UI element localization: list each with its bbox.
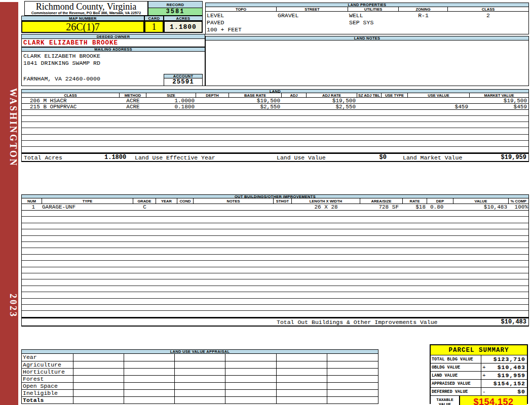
outbuildings-total-row: Total Out Buildings & Other Improvements… <box>21 317 529 327</box>
col-street: STREET <box>277 7 348 11</box>
account-value: 25591 <box>164 78 203 86</box>
map-number-header-label: MAP NUMBER <box>69 16 97 21</box>
topo-values: LEVEL PAVED 100 + FEET <box>206 12 277 34</box>
col-adj-rate: ADJ RATE <box>307 93 357 97</box>
taxable-value-label: TAXABLE VALUE <box>431 396 460 405</box>
account-header: ACCOUNT <box>164 74 203 78</box>
col-depth: DEPTH <box>196 93 229 97</box>
col-type: TYPE <box>42 198 133 204</box>
mailing-address-header-label: MAILING ADDRESS <box>94 47 132 52</box>
land-use-appraisal-title: LAND USE VALUE APPRAISAL <box>170 349 230 354</box>
luva-row-open-space: Open Space <box>22 382 73 389</box>
luva-row-year: Year <box>22 354 73 361</box>
map-number-value: 26C(1)7 <box>21 21 144 33</box>
land-row-1: 206 M HSACR ACRE 1.0000 $19,500 $19,500 … <box>21 98 529 104</box>
tax-year-label: 2023 <box>0 288 18 323</box>
outbuildings-total-label: Total Out Buildings & Other Improvements… <box>277 319 437 326</box>
land-market-value-label: Land Market Value <box>403 154 462 161</box>
col-base-rate: BASE RATE <box>229 93 282 97</box>
card-header: CARD <box>144 16 164 21</box>
col-pct-comp: % COMP <box>509 198 528 204</box>
county-subtitle: Commissioner of the Revenue, PO Box 366,… <box>25 11 147 15</box>
mailing-address-line1: CLARK ELIZABETH BROOKE <box>23 53 205 60</box>
deeded-owner-header: DEEDED OWNER <box>21 34 205 39</box>
col-cond: COND <box>177 198 194 204</box>
outbuildings-row-1: 1 GARAGE-UNF C 26 X 28 728 SF $18 0.80 $… <box>21 204 529 211</box>
col-num: NUM <box>22 198 42 204</box>
land-properties-header: LAND PROPERTIES <box>205 3 529 7</box>
luva-row-totals: Totals <box>22 396 73 403</box>
map-number-header: MAP NUMBER <box>21 16 144 21</box>
land-totals-row: Total Acres 1.1800 Land Use Effective Ye… <box>21 153 529 162</box>
land-properties-title: LAND PROPERTIES <box>348 3 387 7</box>
col-utilities: UTILITIES <box>348 7 399 11</box>
card-value: 1 <box>144 21 164 33</box>
col-sz-adj-tbl: SZ ADJ TBL <box>357 93 382 97</box>
col-zoning: ZONING <box>399 7 448 11</box>
col-length-width: LENGTH X WIDTH <box>292 198 360 204</box>
col-size: SIZE <box>146 93 196 97</box>
luva-row-agriculture: Agriculture <box>22 361 73 368</box>
outbuildings-empty-rows <box>21 211 529 317</box>
col-year: YEAR <box>156 198 177 204</box>
deeded-owner-value: CLARK ELIZABETH BROOKE <box>21 39 205 47</box>
outbuildings-total-value: $10,483 <box>501 318 526 326</box>
col-adj: ADJ <box>282 93 307 97</box>
parcel-row-deferred: DEFERRED VALUE - $0 <box>431 388 527 396</box>
col-area-size: AREA/SIZE <box>360 198 403 204</box>
land-notes-header: LAND NOTES <box>205 36 529 40</box>
outbuildings-columns: NUM TYPE GRADE YEAR COND NOTES STHGT LEN… <box>21 198 529 204</box>
parcel-row-total-bldg: TOTAL BLDG VALUE $123,710 <box>431 355 527 363</box>
parcel-summary-title: PARCEL SUMMARY <box>431 345 527 355</box>
record-header-label: RECORD <box>167 3 184 7</box>
land-table-header: LAND <box>21 89 529 93</box>
col-market-value: MARKET VALUE <box>470 93 528 97</box>
total-acres-label: Total Acres <box>24 154 62 161</box>
total-acres-value: 1.1800 <box>104 154 126 161</box>
land-use-value-label: Land Use Value <box>277 154 326 161</box>
col-topo: TOPO <box>206 7 277 11</box>
zoning-value: R-1 <box>399 12 448 34</box>
col-land-class: CLASS <box>22 93 120 97</box>
land-row-2: 215 B OPNPRVAC ACRE 0.1800 $2,550 $2,550… <box>21 104 529 110</box>
effective-year-label: Land Use Effective Year <box>135 154 215 161</box>
mailing-address-line2: 1841 DRINKING SWAMP RD <box>23 60 205 67</box>
class-value: 2 <box>448 12 528 34</box>
col-class: CLASS <box>448 7 528 11</box>
col-sthgt: STHGT <box>274 198 292 204</box>
col-method: METHOD <box>120 93 146 97</box>
col-rate: RATE <box>403 198 427 204</box>
deeded-owner-header-label: DEEDED OWNER <box>97 34 130 39</box>
col-value: VALUE <box>453 198 509 204</box>
parcel-row-appraised: APPRAISED VALUE $154,152 <box>431 380 527 388</box>
card-header-label: CARD <box>148 16 160 21</box>
district-spine: WASHINGTON 2023 <box>0 2 18 405</box>
parcel-row-taxable: TAXABLE VALUE $154,152 <box>431 396 527 405</box>
land-use-appraisal-grid: Year Agriculture Horticulture Forest Ope… <box>21 354 378 404</box>
street-values: GRAVEL <box>277 12 348 34</box>
taxable-value: $154,152 <box>460 396 527 405</box>
land-properties-values: LEVEL PAVED 100 + FEET GRAVEL WELL SEP S… <box>205 12 529 34</box>
record-number: 3581 <box>148 8 203 16</box>
acres-header: ACRES <box>164 16 203 21</box>
utilities-values: WELL SEP SYS <box>348 12 399 34</box>
acres-value: 1.1800 <box>164 21 203 33</box>
parcel-row-obldg: OBLDG VALUE + $10,483 <box>431 363 527 372</box>
account-header-label: ACCOUNT <box>173 74 194 78</box>
record-header: RECORD <box>148 1 203 8</box>
parcel-summary: PARCEL SUMMARY TOTAL BLDG VALUE $123,710… <box>430 344 528 404</box>
col-use-type: USE TYPE <box>382 93 408 97</box>
luva-row-horticulture: Horticulture <box>22 368 73 375</box>
luva-row-forest: Forest <box>22 375 73 382</box>
mailing-address-header: MAILING ADDRESS <box>21 47 205 52</box>
county-header: Richmond County, Virginia Commissioner o… <box>24 1 148 16</box>
land-market-value: $19,959 <box>501 154 526 161</box>
col-notes: NOTES <box>194 198 274 204</box>
land-notes-title: LAND NOTES <box>354 36 381 40</box>
district-name-label: WASHINGTON <box>0 67 18 188</box>
land-notes-box <box>205 40 529 86</box>
outbuildings-header: OUT BUILDINGS/OTHER IMPROVEMENTS <box>21 194 529 198</box>
col-use-value: USE VALUE <box>408 93 470 97</box>
land-properties-columns: TOPO STREET UTILITIES ZONING CLASS <box>205 7 529 12</box>
luva-row-ineligible: Ineligible <box>22 389 73 396</box>
